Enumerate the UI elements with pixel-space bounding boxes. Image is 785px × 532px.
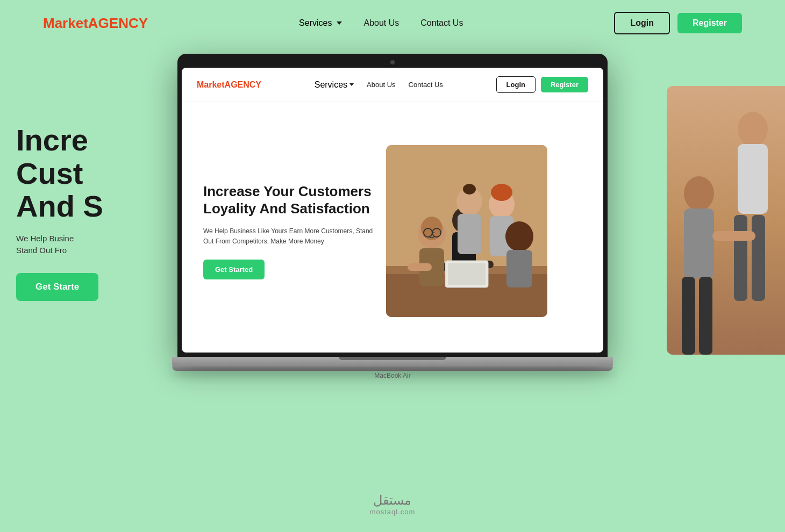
bg-people-silhouette [667,86,785,355]
svg-rect-25 [458,214,481,254]
bg-nav-services-link[interactable]: Services [299,18,342,28]
watermark: مستقل mostaql.com [370,493,416,516]
bg-hero: IncreCustAnd S We Help BusineStand Out F… [16,124,167,301]
bg-right-people-image [667,86,785,355]
laptop-hinge [339,357,446,360]
bg-about-link[interactable]: About Us [363,18,399,28]
inner-logo: MarketAGENCY [197,80,261,90]
svg-rect-5 [684,209,714,278]
inner-about-link[interactable]: About Us [367,81,395,89]
svg-rect-32 [448,263,486,285]
svg-point-0 [738,112,768,146]
inner-login-button[interactable]: Login [496,76,536,93]
svg-rect-22 [408,263,432,271]
svg-point-29 [505,221,533,251]
inner-nav-links: Services About Us Contact Us [315,80,443,90]
bg-register-button[interactable]: Register [677,13,742,33]
svg-rect-2 [734,215,747,301]
inner-register-button[interactable]: Register [541,77,588,92]
bg-contact-link[interactable]: Contact Us [420,18,463,28]
inner-navbar: MarketAGENCY Services About Us Contact U… [182,68,603,102]
inner-nav-buttons: Login Register [496,76,588,93]
svg-point-27 [491,184,512,201]
laptop-screen: MarketAGENCY Services About Us Contact U… [177,54,608,357]
svg-rect-1 [738,144,768,214]
svg-rect-6 [682,277,695,355]
inner-hero: Increase Your Customers Loyality And Sat… [182,102,603,353]
inner-hero-text: Increase Your Customers Loyality And Sat… [203,183,375,279]
bg-nav-buttons: Login Register [614,12,742,34]
svg-rect-7 [699,277,712,355]
inner-hero-image [386,145,547,317]
bg-logo-agency: AGENCY [88,15,148,31]
bg-get-started-button[interactable]: Get Starte [16,273,98,301]
bg-services-label: Services [299,18,332,28]
inner-services-chevron-icon [349,83,354,86]
laptop-label: MacBook Air [172,372,613,379]
bg-hero-title: IncreCustAnd S [16,124,167,223]
inner-services-label: Services [315,80,347,90]
laptop-wrapper: MarketAGENCY Services About Us Contact U… [172,54,613,379]
bg-services-chevron-icon [337,21,342,25]
inner-hero-title: Increase Your Customers Loyality And Sat… [203,183,375,218]
bg-logo-market: Market [43,15,88,31]
laptop-bottom-stand [172,366,613,371]
watermark-arabic-text: مستقل [370,493,416,508]
svg-rect-3 [752,215,765,301]
inner-services-link[interactable]: Services [315,80,354,90]
svg-rect-8 [712,231,755,241]
svg-point-24 [463,184,476,195]
bg-hero-subtitle: We Help BusineStand Out Fro [16,233,167,257]
inner-contact-link[interactable]: Contact Us [409,81,443,89]
watermark-latin-text: mostaql.com [370,508,416,516]
bg-nav-links: Services About Us Contact Us [299,18,463,28]
laptop-base [172,357,613,366]
inner-logo-market: Market [197,80,225,89]
inner-hero-subtitle: We Help Business Like Yours Earn More Cu… [203,226,375,247]
inner-logo-agency: AGENCY [225,80,261,89]
inner-get-started-button[interactable]: Get Started [203,260,265,279]
laptop-camera [390,60,395,64]
svg-point-4 [684,176,714,211]
laptop-screen-inner: MarketAGENCY Services About Us Contact U… [182,68,603,353]
bg-logo: MarketAGENCY [43,15,148,32]
bg-login-button[interactable]: Login [614,12,670,34]
svg-rect-30 [506,250,532,287]
bg-navbar: MarketAGENCY Services About Us Contact U… [0,0,785,46]
